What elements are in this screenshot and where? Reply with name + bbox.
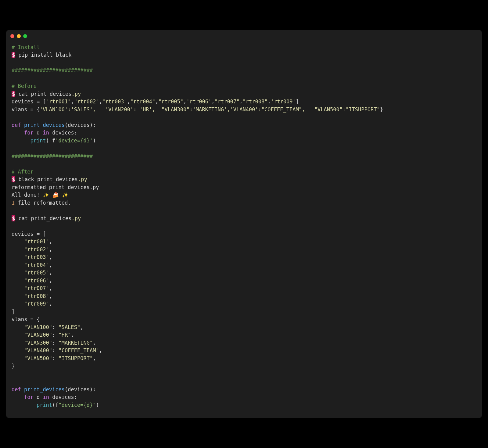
fstring: 'device={d}' — [55, 138, 93, 144]
prompt-icon: $ — [12, 91, 15, 97]
prompt-icon: $ — [12, 176, 15, 182]
devices-close: ] — [12, 309, 15, 315]
vlans-pairs: 'VLAN100':'SALES', 'VLAN200': 'HR', "VLA… — [40, 106, 380, 113]
func-name: print_devices — [24, 386, 65, 392]
code-content: # Install $ pip install black ##########… — [6, 41, 482, 412]
brace-close: } — [380, 106, 383, 113]
after-comment: # After — [12, 169, 34, 175]
fstring: "device={d}" — [59, 402, 96, 408]
def-keyword: def — [12, 122, 21, 128]
devices-list-after: "rtr001", "rtr002", "rtr003", "rtr004", … — [12, 238, 52, 307]
file-ext: .py — [72, 91, 81, 97]
bracket-close: ] — [296, 99, 299, 105]
print-open: (f — [52, 402, 58, 408]
iter: devices: — [52, 394, 77, 400]
print-func: print — [37, 402, 52, 408]
var-d: d — [37, 394, 40, 400]
file-ext: .py — [78, 176, 87, 182]
maximize-icon[interactable] — [23, 34, 27, 38]
in-keyword: in — [43, 130, 49, 136]
terminal-window: # Install $ pip install black ##########… — [6, 30, 482, 418]
iter: devices: — [52, 130, 77, 136]
file-reformatted-msg: file reformatted. — [15, 200, 71, 206]
cat-cmd-before: cat print_devices — [19, 91, 72, 97]
install-comment: # Install — [12, 44, 40, 50]
devices-list: "rtr001","rtr002","rtr003","rtr004","rtr… — [46, 99, 296, 105]
prompt-icon: $ — [12, 52, 15, 58]
def-keyword: def — [12, 386, 21, 392]
devices-assign-after: devices = [ — [12, 231, 46, 237]
black-cmd: black print_devices — [19, 176, 78, 182]
divider-1: ########################## — [12, 67, 93, 73]
print-close: ) — [96, 402, 99, 408]
titlebar — [6, 30, 482, 41]
minimize-icon[interactable] — [17, 34, 21, 38]
in-keyword: in — [43, 394, 49, 400]
before-comment: # Before — [12, 83, 37, 89]
cat-cmd-after: cat print_devices — [19, 215, 72, 221]
file-ext: .py — [72, 215, 81, 221]
all-done-msg: All done! ✨ 🍰 ✨ — [12, 192, 68, 198]
vlans-assign-after: vlans = { — [12, 316, 40, 322]
divider-2: ########################## — [12, 153, 93, 159]
vlans-assign: vlans = { — [12, 106, 40, 113]
for-keyword: for — [24, 394, 34, 400]
close-icon[interactable] — [10, 34, 14, 38]
reformatted-msg: reformatted print_devices.py — [12, 184, 99, 190]
vlans-dict-after: "VLAN100": "SALES", "VLAN200": "HR", "VL… — [12, 324, 102, 361]
print-close: ) — [93, 138, 96, 144]
pip-install-cmd: pip install black — [19, 52, 72, 58]
for-keyword: for — [24, 130, 34, 136]
print-open: ( f — [46, 138, 56, 144]
func-params: (devices): — [65, 122, 96, 128]
file-count: 1 — [12, 200, 15, 206]
var-d: d — [37, 130, 40, 136]
func-params: (devices): — [65, 386, 96, 392]
func-name: print_devices — [24, 122, 65, 128]
prompt-icon: $ — [12, 215, 15, 221]
vlans-close: } — [12, 363, 15, 369]
devices-assign: devices = [ — [12, 99, 46, 105]
print-func: print — [30, 138, 46, 144]
